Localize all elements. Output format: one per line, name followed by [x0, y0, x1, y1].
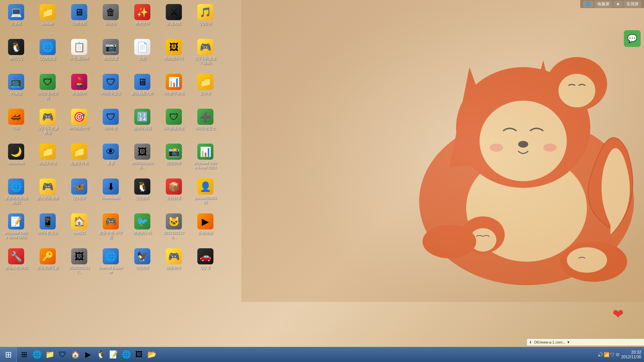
icon-qqcar[interactable]: 🚗QQ 车	[192, 247, 219, 280]
security-icon[interactable]: 🛡	[610, 352, 615, 357]
svg-marker-3	[516, 60, 567, 161]
icon-network[interactable]: 🖥公用主机	[66, 3, 93, 36]
icon-kan[interactable]: 👁看看	[97, 142, 124, 176]
taskbar-tb-ie[interactable]: 🌐	[31, 349, 43, 361]
icon-qqheart-img: 🌐	[40, 39, 56, 55]
icon-word[interactable]: 📝Microsoft Office Word 2003	[3, 212, 30, 246]
icon-jisuanqi-img: 🖥	[134, 74, 150, 90]
topbar-star[interactable]: ★	[613, 1, 623, 7]
icon-meizhuang-img: 💄	[71, 74, 87, 90]
icon-360fast[interactable]: 🛡360极速浏览	[160, 107, 187, 141]
icon-doc[interactable]: 📄文档	[129, 38, 156, 71]
topbar-pcscreen[interactable]: 电脑屏	[595, 1, 612, 8]
taskbar-tb-360b[interactable]: 🌐	[120, 349, 132, 361]
icon-qqmusic[interactable]: 🎵QQ音乐	[192, 3, 219, 36]
taskbar-tb-start[interactable]: ⊞	[18, 349, 30, 361]
taskbar-tb-hao[interactable]: 🏠	[69, 349, 81, 361]
icon-preview[interactable]: 🖼e297d0f4e946...	[129, 142, 156, 176]
icon-winrar-img: 📦	[166, 178, 182, 195]
icon-network-img: 🖥	[71, 4, 87, 20]
icon-jisuanqi[interactable]: 🖥超级截图大师	[129, 72, 156, 106]
icon-vv[interactable]: 📺VV播放	[3, 72, 30, 106]
taskbar-tb-winexp[interactable]: 📁	[44, 349, 56, 361]
icon-qqmini[interactable]: 🦋QQ名字	[66, 177, 93, 211]
icon-letime[interactable]: ▶乐视视频	[192, 212, 219, 246]
icon-folder2[interactable]: 📁文件夹	[192, 72, 219, 106]
icon-camera-img: 📷	[103, 39, 119, 55]
icon-folder3[interactable]: 📁游戏文件夹	[34, 142, 61, 176]
settings-icon[interactable]: ⚙	[615, 352, 620, 357]
icon-penguinqq-label: 腾讯QQ	[9, 56, 22, 61]
icon-wangame-img: 🎯	[71, 109, 87, 125]
icon-360phone[interactable]: 📱360手机卫士	[34, 212, 61, 246]
icon-photo2[interactable]: 🖼20121031217...	[66, 247, 93, 280]
icon-kaixin[interactable]: 🎮快影软件	[160, 247, 187, 280]
icon-camera[interactable]: 📷规划设置	[97, 38, 124, 71]
icon-security-img: 🔑	[40, 248, 56, 264]
network-icon[interactable]: 📶	[604, 352, 609, 357]
svg-point-9	[547, 57, 607, 111]
icon-360mini[interactable]: 🛡360小安	[97, 107, 124, 141]
icon-hao123[interactable]: 🏠hao123	[66, 212, 93, 246]
icon-360screen-img: 🛡	[103, 74, 119, 90]
icon-calc[interactable]: 🔢超级计算器	[129, 107, 156, 141]
icon-computer[interactable]: 💻计算机	[3, 3, 30, 36]
icon-360safe[interactable]: 🛡360安全浏览器	[34, 72, 61, 106]
icon-360screen[interactable]: 🛡360安全卫士	[97, 72, 124, 106]
icon-computer-img: 💻	[8, 4, 24, 20]
icon-wangame[interactable]: 🎯WN游戏大厅	[66, 107, 93, 141]
icon-winrar-label: 支持好看	[166, 196, 181, 200]
icon-starcraftS-img: 🎮	[103, 213, 119, 229]
taskbar-tb-note[interactable]: 📝	[107, 349, 119, 361]
icon-iegreen[interactable]: 🌐遨游浏览器(极速版)	[3, 177, 30, 211]
icon-qqfly2-img: 🎮	[40, 109, 56, 125]
taskbar-app-icons: ⊞🌐📁🛡🏠▶🐧📝🌐🖼📂	[17, 349, 306, 361]
icon-downloads[interactable]: ⬇Downloads	[97, 177, 124, 211]
start-button[interactable]: ⊞	[0, 347, 17, 362]
icon-penguinqq[interactable]: 🐧腾讯QQ	[3, 38, 30, 71]
icon-360numpad[interactable]: 📊360数字游戏	[160, 72, 187, 106]
icon-angrybirds[interactable]: 🐦愤怒的小鸟	[129, 212, 156, 246]
icon-security[interactable]: 🔑安全实用工具	[34, 247, 61, 280]
taskbar-tb-penguin[interactable]: 🐧	[95, 349, 107, 361]
icon-stellarium[interactable]: 🌙Stellarium	[3, 142, 30, 176]
icon-tdu[interactable]: 🏎TDU	[3, 107, 30, 141]
icon-qqfly2[interactable]: 🎮QQ飞车竞速赛场	[34, 107, 61, 141]
icon-qqgame[interactable]: 🐧QQ游戏	[129, 177, 156, 211]
taskbar-tb-folder[interactable]: 📂	[146, 349, 158, 361]
icon-ie[interactable]: 🌐Internet Explorer	[97, 247, 124, 280]
icon-recycle[interactable]: 🗑回收站	[97, 3, 124, 36]
taskbar-tb-letime[interactable]: ▶	[82, 349, 94, 361]
icon-starcraftS[interactable]: 🎮星际争霸·小宇宙	[97, 212, 124, 246]
icon-360numpad-img: 📊	[166, 74, 182, 90]
taskbar-tb-360[interactable]: 🛡	[56, 349, 68, 361]
icon-catphoto[interactable]: 🐱20121031170...	[160, 212, 187, 246]
icon-photo[interactable]: 🖼我的图片(7)	[160, 38, 187, 71]
icon-meizhuang[interactable]: 💄美妆软件	[66, 72, 93, 106]
icon-winrar[interactable]: 📦支持好看	[160, 177, 187, 211]
icon-excel[interactable]: 📊Microsoft Office Excel 2003	[192, 142, 219, 176]
taskbar-tb-photo[interactable]: 🖼	[133, 349, 145, 361]
icon-qqfly1[interactable]: 🎮QQ飞车(极速下载版)	[192, 38, 219, 71]
svg-point-12	[469, 228, 496, 252]
icon-show[interactable]: ✨秀秀软件	[129, 3, 156, 36]
icon-yuxuan[interactable]: 📁yuxuan	[34, 3, 61, 36]
icon-excel-label: Microsoft Office Excel 2003	[193, 161, 217, 170]
icon-crossfire[interactable]: ⚔穿越火线	[160, 3, 187, 36]
icon-drive2010[interactable]: 🔧驱动人生2010	[3, 247, 30, 280]
topbar-appscreen[interactable]: 应用屏	[624, 1, 641, 8]
icon-snap[interactable]: 📸拍照软件	[160, 142, 187, 176]
icon-yuxuan2[interactable]: 👤yuxuan2000323	[192, 177, 219, 211]
icon-qqheart[interactable]: 🌐QQ浏览器	[34, 38, 61, 71]
chat-popup[interactable]: 💬	[624, 30, 641, 47]
icon-qqbrow[interactable]: 🦅QQ浏览	[129, 247, 156, 280]
topbar-globe[interactable]: 🌐	[583, 1, 593, 7]
icon-qqbrow-label: QQ浏览	[136, 266, 149, 270]
icon-vv-label: VV播放	[10, 91, 22, 96]
volume-icon[interactable]: 🔊	[597, 352, 603, 357]
icon-aobi[interactable]: 🎮进入天际遨游	[34, 177, 61, 211]
icon-catphoto-label: 20121031170...	[162, 231, 186, 240]
icon-folder4[interactable]: 📁新建文件夹	[66, 142, 93, 176]
icon-xiaonie[interactable]: 📋小乜·新浪网	[66, 38, 93, 71]
icon-360health[interactable]: ➕360安全卫士	[192, 107, 219, 141]
